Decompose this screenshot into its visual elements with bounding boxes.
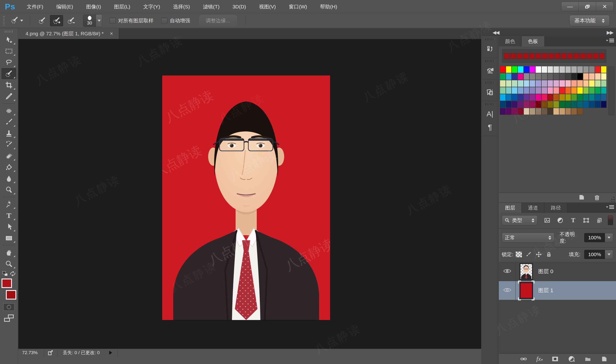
minimize-button[interactable]: — bbox=[561, 2, 579, 11]
brush-size-dropdown[interactable] bbox=[96, 15, 102, 27]
zoom-tool[interactable] bbox=[1, 258, 16, 269]
color-swatch[interactable] bbox=[553, 73, 559, 80]
tab-channels[interactable]: 通道 bbox=[522, 203, 545, 213]
color-swatch[interactable] bbox=[535, 66, 541, 73]
color-swatch[interactable] bbox=[595, 66, 601, 73]
clone-source-panel-icon[interactable] bbox=[483, 86, 497, 99]
color-swatch[interactable] bbox=[577, 94, 583, 101]
status-options-arrow-icon[interactable] bbox=[109, 351, 112, 355]
share-icon[interactable] bbox=[44, 349, 57, 357]
brush-tool[interactable] bbox=[1, 116, 16, 128]
color-swatch[interactable] bbox=[589, 80, 595, 87]
layer-style-icon[interactable]: fx▾ bbox=[536, 355, 542, 363]
panel-resize-grip[interactable] bbox=[610, 196, 615, 202]
color-swatch[interactable] bbox=[559, 66, 565, 73]
paint-bucket-tool[interactable] bbox=[1, 161, 16, 173]
recent-color-swatch[interactable] bbox=[555, 53, 560, 59]
default-colors-icon[interactable] bbox=[2, 271, 8, 276]
color-swatch[interactable] bbox=[565, 94, 571, 101]
tab-close-icon[interactable]: × bbox=[110, 30, 113, 37]
hand-tool[interactable] bbox=[1, 247, 16, 258]
recent-color-swatch[interactable] bbox=[504, 53, 509, 59]
recent-color-swatch[interactable] bbox=[599, 53, 604, 59]
tab-layers[interactable]: 图层 bbox=[499, 203, 522, 213]
fill-value[interactable]: 100% bbox=[584, 250, 605, 259]
document-status[interactable]: 丢失: 0 / 已更改: 0 bbox=[57, 349, 118, 357]
foreground-color-swatch[interactable] bbox=[1, 278, 12, 288]
color-swatch[interactable] bbox=[524, 94, 530, 101]
recent-color-swatch[interactable] bbox=[580, 53, 586, 59]
restore-button[interactable] bbox=[579, 2, 596, 11]
color-swatch[interactable] bbox=[577, 101, 583, 108]
layer-filter-combo[interactable]: 类型 bbox=[502, 215, 538, 225]
color-swatch[interactable] bbox=[535, 87, 541, 94]
menu-item-6[interactable]: 滤镜(T) bbox=[196, 0, 226, 13]
adjustment-layer-filter-icon[interactable] bbox=[555, 216, 565, 225]
zoom-level-field[interactable]: 72.73% bbox=[18, 349, 44, 357]
color-swatch[interactable] bbox=[535, 101, 541, 108]
color-swatch[interactable] bbox=[518, 87, 524, 94]
dock-gripper[interactable] bbox=[486, 39, 494, 40]
lock-pixels-icon[interactable] bbox=[525, 251, 532, 258]
color-swatch[interactable] bbox=[512, 80, 518, 87]
color-swatch[interactable] bbox=[571, 80, 577, 87]
color-swatch[interactable] bbox=[529, 80, 535, 87]
dodge-tool[interactable] bbox=[1, 184, 16, 195]
color-swatch[interactable] bbox=[553, 94, 559, 101]
layer-thumbnail-red[interactable] bbox=[520, 283, 532, 298]
color-swatch[interactable] bbox=[529, 66, 535, 73]
color-swatch[interactable] bbox=[529, 94, 535, 101]
color-swatch[interactable] bbox=[512, 94, 518, 101]
color-swatch[interactable] bbox=[547, 108, 553, 115]
tool-preset-picker[interactable]: > bbox=[7, 16, 27, 25]
recent-color-swatch[interactable] bbox=[568, 53, 573, 59]
color-swatch[interactable] bbox=[595, 94, 601, 101]
workspace-switcher[interactable]: 基本功能 bbox=[569, 15, 610, 26]
layer-name[interactable]: 图层 0 bbox=[538, 268, 553, 275]
recent-color-swatch[interactable] bbox=[587, 53, 592, 59]
color-swatch[interactable] bbox=[547, 73, 553, 80]
expand-panels-icon[interactable]: ◀◀ bbox=[492, 29, 499, 35]
pen-tool[interactable] bbox=[1, 198, 16, 210]
color-swatch[interactable] bbox=[589, 87, 595, 94]
recent-color-swatch[interactable] bbox=[549, 53, 554, 59]
color-swatch[interactable] bbox=[535, 108, 541, 115]
color-swatch[interactable] bbox=[553, 87, 559, 94]
color-swatch[interactable] bbox=[553, 101, 559, 108]
color-swatch[interactable] bbox=[601, 66, 607, 73]
sample-all-layers-option[interactable]: 对所有图层取样 bbox=[110, 17, 154, 24]
color-swatch[interactable] bbox=[559, 80, 565, 87]
color-swatch[interactable] bbox=[565, 87, 571, 94]
color-swatch[interactable] bbox=[524, 80, 530, 87]
color-swatch[interactable] bbox=[541, 66, 547, 73]
recent-color-swatch[interactable] bbox=[542, 53, 547, 59]
color-swatch[interactable] bbox=[506, 101, 512, 108]
menu-item-1[interactable]: 编辑(E) bbox=[50, 0, 80, 13]
color-swatch[interactable] bbox=[595, 73, 601, 80]
color-swatch[interactable] bbox=[583, 73, 589, 80]
tab-color[interactable]: 颜色 bbox=[499, 36, 522, 46]
dock-gripper[interactable] bbox=[486, 60, 494, 62]
color-swatch[interactable] bbox=[541, 87, 547, 94]
link-layers-icon[interactable] bbox=[520, 355, 527, 363]
spot-healing-brush-tool[interactable] bbox=[1, 105, 16, 116]
color-swatch[interactable] bbox=[583, 87, 589, 94]
color-swatch[interactable] bbox=[529, 108, 535, 115]
delete-swatch-icon[interactable] bbox=[593, 194, 601, 202]
menu-item-4[interactable]: 文字(Y) bbox=[137, 0, 167, 13]
color-swatch[interactable] bbox=[565, 73, 571, 80]
color-swatch[interactable] bbox=[506, 108, 512, 115]
recent-color-swatch[interactable] bbox=[574, 53, 579, 59]
color-swatch[interactable] bbox=[506, 80, 512, 87]
blend-mode-combo[interactable]: 正常 bbox=[502, 233, 554, 243]
history-brush-tool[interactable] bbox=[1, 139, 16, 150]
shape-tool[interactable] bbox=[1, 232, 16, 244]
recent-color-swatch[interactable] bbox=[536, 53, 541, 59]
color-swatch[interactable] bbox=[577, 80, 583, 87]
recent-color-swatch[interactable] bbox=[530, 53, 535, 59]
color-swatch[interactable] bbox=[518, 66, 524, 73]
color-swatch[interactable] bbox=[577, 66, 583, 73]
recent-color-swatch[interactable] bbox=[593, 53, 598, 59]
color-swatch[interactable] bbox=[524, 73, 530, 80]
color-swatch[interactable] bbox=[541, 108, 547, 115]
